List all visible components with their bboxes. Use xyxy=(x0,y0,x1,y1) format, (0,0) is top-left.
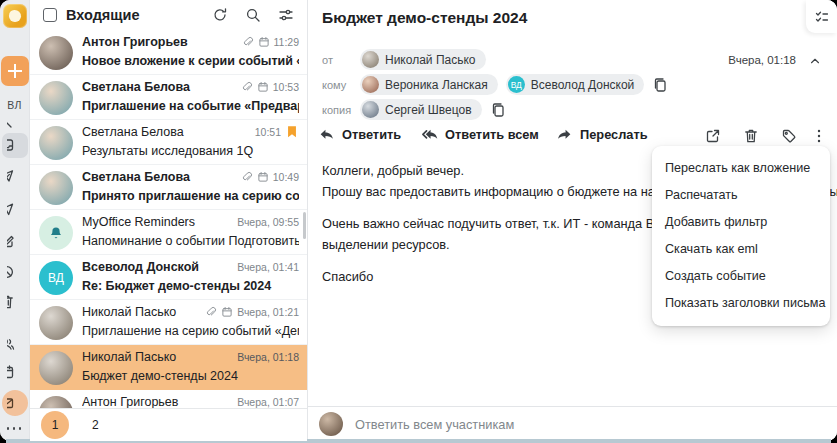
tasks-panel-toggle[interactable] xyxy=(806,0,837,33)
avatar xyxy=(39,81,73,115)
email-subject: Приглашение на серию событий «Демо стен.… xyxy=(82,324,299,338)
menu-item-download-eml[interactable]: Скачать как eml xyxy=(652,236,830,263)
from-chip[interactable]: Николай Пасько xyxy=(360,49,486,70)
email-subject: Бюджет демо-стенды 2024 xyxy=(82,369,299,383)
email-subject: Результаты исследования 1Q xyxy=(82,144,299,158)
email-sender: Светлана Белова xyxy=(82,170,237,184)
calendar-icon xyxy=(257,171,269,183)
email-sender: Николай Пасько xyxy=(82,350,233,364)
list-item[interactable]: Светлана Белова 10:51 Результаты исследо… xyxy=(30,120,307,165)
email-time: Вчера, 01:21 xyxy=(237,306,299,318)
calendar-icon xyxy=(257,81,269,93)
context-menu: Переслать как вложение Распечатать Добав… xyxy=(652,146,830,326)
profile-initials[interactable]: ВЛ xyxy=(7,99,21,111)
list-item[interactable]: Светлана Белова 10:53 Приглашение на соб… xyxy=(30,75,307,120)
collapse-header-icon[interactable] xyxy=(808,54,822,68)
reminder-bell-icon xyxy=(39,216,73,250)
more-apps-icon[interactable] xyxy=(7,426,23,430)
flag-icon[interactable] xyxy=(285,125,299,139)
more-actions-icon[interactable] xyxy=(811,128,827,144)
app-window: ВЛ Входящие Анто xyxy=(0,0,837,441)
reply-button[interactable]: Ответить xyxy=(318,126,401,143)
copy-recipients-icon[interactable] xyxy=(490,102,506,118)
pagination: 1 2 xyxy=(30,408,307,441)
list-item-selected[interactable]: Николай Пасько Вчера, 01:18 Бюджет демо-… xyxy=(30,345,307,390)
email-sender: Антон Григорьев xyxy=(82,395,233,408)
collapse-profile-icon[interactable] xyxy=(7,117,23,133)
copy-recipients-icon[interactable] xyxy=(652,77,668,93)
avatar xyxy=(39,171,73,205)
email-time: Вчера, 01:18 xyxy=(237,351,299,363)
cc-name: Сергей Швецов xyxy=(385,103,472,117)
list-item[interactable]: Светлана Белова 10:49 Принято приглашени… xyxy=(30,165,307,210)
recipients-block: от Николай Пасько кому Вероника Ланская … xyxy=(322,49,668,120)
page-1-button[interactable]: 1 xyxy=(41,411,69,439)
reply-all-label: Ответить всем xyxy=(445,127,539,142)
app-mail-icon[interactable] xyxy=(2,390,28,416)
list-item[interactable]: Антон Григорьев Вчера, 01:07 xyxy=(30,390,307,408)
email-time: 10:53 xyxy=(273,81,299,93)
menu-item-create-event[interactable]: Создать событие xyxy=(652,263,830,290)
compose-button[interactable] xyxy=(1,56,29,86)
from-label: от xyxy=(322,54,352,66)
list-item[interactable]: Николай Пасько Вчера, 01:21 Приглашение … xyxy=(30,300,307,345)
avatar xyxy=(319,412,343,436)
search-icon[interactable] xyxy=(245,7,261,23)
avatar xyxy=(39,351,73,385)
list-item[interactable]: Антон Григорьев 11:29 Новое вложение к с… xyxy=(30,30,307,75)
avatar xyxy=(39,126,73,160)
avatar xyxy=(362,101,379,118)
sidebar-item-outbox[interactable] xyxy=(7,201,23,217)
open-in-new-window-icon[interactable] xyxy=(705,128,721,144)
to-chip[interactable]: Вероника Ланская xyxy=(360,74,498,95)
to-label: кому xyxy=(322,79,352,91)
app-calendar-icon[interactable] xyxy=(7,364,23,380)
from-name: Николай Пасько xyxy=(385,53,476,67)
avatar xyxy=(362,76,379,93)
sidebar-item-drafts[interactable] xyxy=(7,233,23,249)
list-item[interactable]: ВД Всеволод Донской Вчера, 01:41 Re: Бюд… xyxy=(30,255,307,300)
delete-icon[interactable] xyxy=(743,128,759,144)
list-scrollbar[interactable] xyxy=(303,212,306,239)
forward-label: Переслать xyxy=(580,127,648,142)
email-sender: Светлана Белова xyxy=(82,80,237,94)
email-title: Бюджет демо-стенды 2024 xyxy=(322,9,527,27)
attachment-icon xyxy=(241,171,253,183)
reply-all-icon xyxy=(421,126,438,143)
message-detail-panel: Бюджет демо-стенды 2024 от Николай Паськ… xyxy=(308,0,837,441)
avatar xyxy=(39,36,73,70)
page-2-button[interactable]: 2 xyxy=(92,418,99,432)
email-sender: Светлана Белова xyxy=(82,125,251,139)
reply-all-button[interactable]: Ответить всем xyxy=(421,126,539,143)
menu-item-add-filter[interactable]: Добавить фильтр xyxy=(652,209,830,236)
avatar xyxy=(39,396,73,408)
avatar: ВД xyxy=(39,261,73,295)
refresh-icon[interactable] xyxy=(212,7,228,23)
menu-item-print[interactable]: Распечатать xyxy=(652,182,830,209)
to-name: Вероника Ланская xyxy=(385,78,488,92)
reply-label: Ответить xyxy=(342,127,401,142)
checklist-icon xyxy=(814,9,830,25)
quick-reply-placeholder: Ответить всем участникам xyxy=(355,417,514,432)
quick-reply-bar[interactable]: Ответить всем участникам xyxy=(308,406,837,441)
tag-icon[interactable] xyxy=(781,128,797,144)
menu-item-show-headers[interactable]: Показать заголовки письма xyxy=(652,290,830,317)
sidebar-item-spam[interactable] xyxy=(7,264,23,280)
select-all-checkbox[interactable] xyxy=(43,8,57,22)
sidebar-item-sent[interactable] xyxy=(7,168,23,184)
calendar-icon xyxy=(221,306,233,318)
to-chip[interactable]: ВДВсеволод Донской xyxy=(506,74,645,95)
cc-chip[interactable]: Сергей Швецов xyxy=(360,99,482,120)
sidebar-item-inbox[interactable] xyxy=(2,133,28,158)
message-list-panel: Входящие Антон Григорьев 11:29 xyxy=(30,0,308,441)
filter-icon[interactable] xyxy=(278,7,294,23)
forward-button[interactable]: Переслать xyxy=(556,126,648,143)
list-item[interactable]: MyOffice Reminders Вчера, 09:55 Напомина… xyxy=(30,210,307,255)
inbox-icon xyxy=(7,137,23,153)
mail-envelope-icon xyxy=(7,395,23,411)
email-subject: Напоминание о событии Подготовить отчет.… xyxy=(82,234,299,248)
menu-item-forward-as-attachment[interactable]: Переслать как вложение xyxy=(652,155,830,182)
message-rows: Антон Григорьев 11:29 Новое вложение к с… xyxy=(30,30,307,408)
app-contacts-icon[interactable] xyxy=(7,336,23,352)
sidebar-item-trash[interactable] xyxy=(7,294,23,310)
